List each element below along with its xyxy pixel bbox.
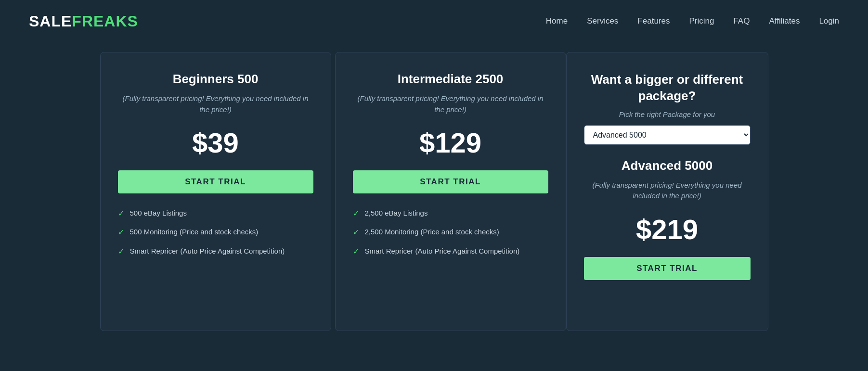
beginners-feature-3-text: Smart Repricer (Auto Price Against Compe…	[130, 246, 285, 256]
card-beginners-price: $39	[192, 127, 239, 159]
nav-item-features[interactable]: Features	[637, 16, 670, 26]
intermediate-trial-button[interactable]: START TRIAL	[353, 170, 548, 193]
nav-link-faq[interactable]: FAQ	[733, 16, 750, 26]
nav-link-pricing[interactable]: Pricing	[689, 16, 714, 26]
nav-item-affiliates[interactable]: Affiliates	[769, 16, 800, 26]
check-icon-3: ✓	[118, 246, 124, 257]
card-beginners-subtitle: (Fully transparent pricing! Everything y…	[118, 93, 313, 115]
intermediate-feature-2: ✓ 2,500 Monitoring (Price and stock chec…	[353, 227, 548, 238]
beginners-trial-button[interactable]: START TRIAL	[118, 170, 313, 193]
nav-link-home[interactable]: Home	[546, 16, 568, 26]
nav-link-features[interactable]: Features	[637, 16, 670, 26]
custom-pick-label: Pick the right Package for you	[619, 110, 715, 118]
nav-item-services[interactable]: Services	[587, 16, 618, 26]
beginners-feature-2: ✓ 500 Monitoring (Price and stock checks…	[118, 227, 313, 238]
logo-freaks-text: FREAKS	[72, 13, 138, 30]
nav-link-services[interactable]: Services	[587, 16, 618, 26]
check-icon-5: ✓	[353, 227, 359, 238]
custom-package-title: Advanced 5000	[622, 158, 713, 173]
intermediate-feature-1: ✓ 2,500 eBay Listings	[353, 208, 548, 219]
check-icon-1: ✓	[118, 208, 124, 219]
card-intermediate: Intermediate 2500 (Fully transparent pri…	[335, 52, 566, 331]
intermediate-feature-3: ✓ Smart Repricer (Auto Price Against Com…	[353, 246, 548, 257]
nav-link-affiliates[interactable]: Affiliates	[769, 16, 800, 26]
package-select[interactable]: Advanced 5000 Advanced 10000 Advanced 20…	[584, 125, 751, 145]
beginners-feature-2-text: 500 Monitoring (Price and stock checks)	[130, 227, 259, 237]
beginners-features-list: ✓ 500 eBay Listings ✓ 500 Monitoring (Pr…	[118, 208, 313, 257]
card-beginners: Beginners 500 (Fully transparent pricing…	[100, 52, 331, 331]
nav-links: Home Services Features Pricing FAQ Affil…	[546, 16, 839, 26]
beginners-feature-1-text: 500 eBay Listings	[130, 208, 187, 218]
check-icon-4: ✓	[353, 208, 359, 219]
custom-want-title: Want a bigger or different package?	[584, 72, 751, 104]
beginners-feature-3: ✓ Smart Repricer (Auto Price Against Com…	[118, 246, 313, 257]
intermediate-features-list: ✓ 2,500 eBay Listings ✓ 2,500 Monitoring…	[353, 208, 548, 257]
intermediate-feature-1-text: 2,500 eBay Listings	[365, 208, 428, 218]
custom-trial-button[interactable]: START TRIAL	[584, 257, 751, 280]
navbar: SALE FREAKS Home Services Features Prici…	[0, 0, 868, 42]
intermediate-feature-2-text: 2,500 Monitoring (Price and stock checks…	[365, 227, 499, 237]
beginners-feature-1: ✓ 500 eBay Listings	[118, 208, 313, 219]
check-icon-2: ✓	[118, 227, 124, 238]
nav-item-faq[interactable]: FAQ	[733, 16, 750, 26]
nav-item-home[interactable]: Home	[546, 16, 568, 26]
custom-package-price: $219	[636, 213, 698, 245]
card-custom: Want a bigger or different package? Pick…	[566, 52, 768, 331]
logo: SALE FREAKS	[29, 13, 138, 30]
nav-item-pricing[interactable]: Pricing	[689, 16, 714, 26]
logo-sale-text: SALE	[29, 13, 72, 30]
intermediate-feature-3-text: Smart Repricer (Auto Price Against Compe…	[365, 246, 520, 256]
custom-package-subtitle: (Fully transparent pricing! Everything y…	[584, 180, 751, 202]
check-icon-6: ✓	[353, 246, 359, 257]
card-beginners-title: Beginners 500	[173, 72, 259, 87]
card-intermediate-title: Intermediate 2500	[398, 72, 504, 87]
card-intermediate-price: $129	[419, 127, 481, 159]
nav-link-login[interactable]: Login	[819, 16, 839, 26]
pricing-section: Beginners 500 (Fully transparent pricing…	[0, 42, 868, 345]
nav-item-login[interactable]: Login	[819, 16, 839, 26]
card-intermediate-subtitle: (Fully transparent pricing! Everything y…	[353, 93, 548, 115]
